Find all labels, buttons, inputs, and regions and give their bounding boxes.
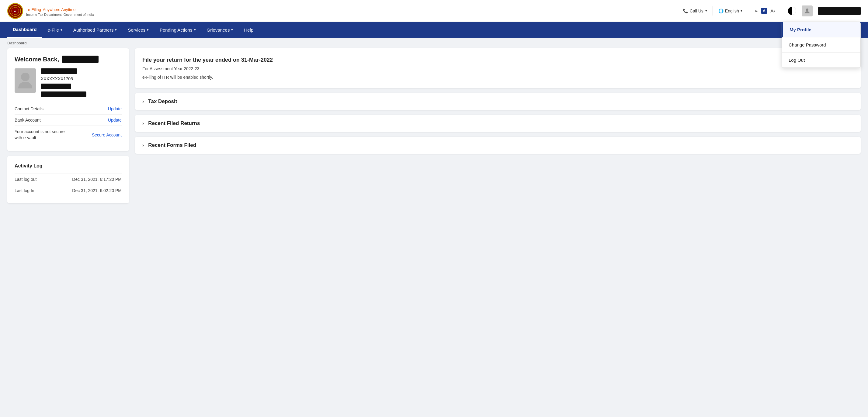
font-large-button[interactable]: A+ bbox=[769, 8, 776, 14]
last-login-value: Dec 31, 2021, 6:02:20 PM bbox=[72, 188, 122, 193]
logo-efiling-text: e-FilingAnywhere Anytime bbox=[26, 5, 94, 12]
dropdown-my-profile[interactable]: My Profile bbox=[782, 22, 860, 37]
pan-number: XXXXXXXX1705 bbox=[41, 76, 86, 81]
logo-area: IT e-FilingAnywhere Anytime Income Tax D… bbox=[7, 3, 94, 19]
globe-icon: 🌐 bbox=[718, 8, 723, 13]
nav-partners-chevron: ▾ bbox=[115, 28, 117, 32]
nav-help[interactable]: Help bbox=[239, 22, 259, 38]
bank-account-label: Bank Account bbox=[14, 118, 41, 123]
user-fullname-redacted bbox=[41, 68, 77, 74]
bank-account-row: Bank Account Update bbox=[14, 114, 122, 126]
right-panel: File your return for the year ended on 3… bbox=[135, 48, 861, 203]
recent-forms-filed-card[interactable]: › Recent Forms Filed bbox=[135, 137, 861, 154]
itr-title: File your return for the year ended on 3… bbox=[142, 57, 854, 63]
nav-grievances[interactable]: Grievances ▾ bbox=[202, 22, 239, 38]
breadcrumb: Dashboard bbox=[0, 38, 868, 48]
itr-subtitle: For Assessment Year 2022-23 bbox=[142, 66, 854, 71]
profile-card: Welcome Back, XXXXXXXX1705 bbox=[7, 48, 129, 151]
recent-filed-returns-title: Recent Filed Returns bbox=[148, 120, 200, 126]
font-medium-button[interactable]: A bbox=[761, 8, 767, 14]
recent-filed-returns-card[interactable]: › Recent Filed Returns bbox=[135, 115, 861, 132]
user-details: XXXXXXXX1705 bbox=[41, 68, 86, 97]
logo-text: e-FilingAnywhere Anytime Income Tax Depa… bbox=[26, 5, 94, 16]
svg-text:IT: IT bbox=[14, 10, 16, 13]
tax-deposit-chevron-icon: › bbox=[142, 99, 144, 104]
nav-services-chevron: ▾ bbox=[147, 28, 149, 32]
font-small-button[interactable]: A- bbox=[754, 8, 759, 13]
activity-log-title: Activity Log bbox=[14, 163, 122, 169]
lang-chevron-icon: ▾ bbox=[741, 9, 742, 13]
last-login-label: Last log In bbox=[14, 188, 34, 193]
recent-filed-chevron-icon: › bbox=[142, 121, 144, 126]
tax-deposit-title: Tax Deposit bbox=[148, 98, 177, 104]
avatar bbox=[14, 68, 36, 93]
profile-info: XXXXXXXX1705 bbox=[14, 68, 122, 97]
user-avatar-button[interactable] bbox=[802, 5, 813, 17]
account-warning-text: Your account is not secure with e-vault bbox=[14, 129, 69, 141]
contact-details-update-link[interactable]: Update bbox=[108, 106, 122, 111]
header: IT e-FilingAnywhere Anytime Income Tax D… bbox=[0, 0, 868, 22]
header-divider-1 bbox=[713, 6, 713, 15]
call-chevron-icon: ▾ bbox=[705, 9, 707, 13]
last-logout-value: Dec 31, 2021, 6:17:20 PM bbox=[72, 177, 122, 182]
header-divider-2 bbox=[748, 6, 748, 15]
welcome-title: Welcome Back, bbox=[14, 56, 122, 63]
language-selector[interactable]: 🌐 English ▾ bbox=[718, 8, 742, 13]
nav-efile[interactable]: e-File ▾ bbox=[42, 22, 68, 38]
nav-grievances-chevron: ▾ bbox=[231, 28, 233, 32]
contact-details-row: Contact Details Update bbox=[14, 103, 122, 114]
recent-forms-chevron-icon: › bbox=[142, 142, 144, 148]
secure-account-link[interactable]: Secure Account bbox=[92, 132, 122, 137]
dropdown-change-password[interactable]: Change Password bbox=[782, 37, 860, 53]
recent-forms-filed-title: Recent Forms Filed bbox=[148, 142, 196, 148]
phone-icon: 📞 bbox=[683, 8, 688, 13]
user-dropdown-menu: My Profile Change Password Log Out bbox=[782, 22, 861, 68]
nav-pending-actions[interactable]: Pending Actions ▾ bbox=[154, 22, 202, 38]
nav-pending-chevron: ▾ bbox=[194, 28, 196, 32]
user-dob-redacted bbox=[41, 84, 71, 89]
secure-account-row: Your account is not secure with e-vault … bbox=[14, 126, 122, 144]
activity-row-login: Last log In Dec 31, 2021, 6:02:20 PM bbox=[14, 185, 122, 196]
nav-dashboard[interactable]: Dashboard bbox=[7, 22, 42, 38]
dropdown-log-out[interactable]: Log Out bbox=[782, 53, 860, 67]
svg-point-4 bbox=[21, 73, 30, 81]
header-actions: 📞 Call Us ▾ 🌐 English ▾ A- A A+ bbox=[683, 5, 861, 17]
nav-efile-chevron: ▾ bbox=[61, 28, 62, 32]
svg-point-3 bbox=[806, 8, 808, 11]
activity-row-logout: Last log out Dec 31, 2021, 6:17:20 PM bbox=[14, 173, 122, 185]
contrast-button[interactable] bbox=[788, 7, 796, 15]
user-name-redacted bbox=[62, 56, 98, 63]
left-panel: Welcome Back, XXXXXXXX1705 bbox=[7, 48, 129, 203]
activity-log-card: Activity Log Last log out Dec 31, 2021, … bbox=[7, 156, 129, 203]
logo-subtitle: Income Tax Department, Government of Ind… bbox=[26, 13, 94, 17]
itr-note: e-Filing of ITR will be enabled shortly. bbox=[142, 75, 854, 79]
contact-details-label: Contact Details bbox=[14, 106, 43, 111]
main-content: Welcome Back, XXXXXXXX1705 bbox=[0, 48, 868, 211]
nav-services[interactable]: Services ▾ bbox=[122, 22, 154, 38]
user-name-button[interactable] bbox=[818, 7, 861, 15]
font-controls: A- A A+ bbox=[754, 8, 776, 14]
user-address-redacted bbox=[41, 92, 86, 97]
logo-emblem: IT bbox=[7, 3, 23, 19]
bank-account-update-link[interactable]: Update bbox=[108, 118, 122, 123]
nav-authorised-partners[interactable]: Authorised Partners ▾ bbox=[68, 22, 123, 38]
itr-filing-card: File your return for the year ended on 3… bbox=[135, 48, 861, 88]
tax-deposit-card[interactable]: › Tax Deposit bbox=[135, 93, 861, 110]
last-logout-label: Last log out bbox=[14, 177, 36, 182]
navbar: Dashboard e-File ▾ Authorised Partners ▾… bbox=[0, 22, 868, 38]
call-us-button[interactable]: 📞 Call Us ▾ bbox=[683, 8, 707, 13]
